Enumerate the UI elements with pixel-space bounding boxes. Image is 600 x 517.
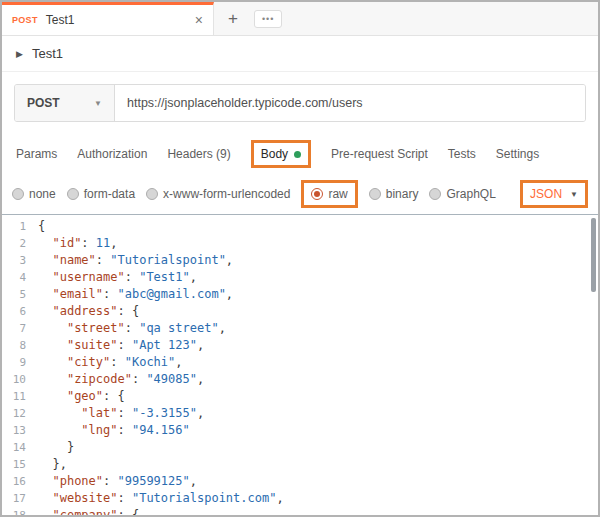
radio-icon [67,188,79,200]
chevron-down-icon: ▼ [570,190,578,199]
code-text: "company": { [38,507,139,515]
code-line[interactable]: 15 }, [2,456,598,473]
plus-icon: + [228,9,238,29]
line-number: 4 [2,269,38,286]
method-value: POST [27,96,60,110]
tab-label: Settings [496,147,539,161]
code-line[interactable]: 13 "lng": "94.156" [2,422,598,439]
ellipsis-icon: ••• [262,14,274,24]
code-line[interactable]: 2 "id": 11, [2,235,598,252]
code-text: "street": "qa street", [38,320,226,337]
tab-pre-request-script[interactable]: Pre-request Script [331,147,428,161]
code-text: }, [38,456,67,473]
code-line[interactable]: 4 "username": "Test1", [2,269,598,286]
tab-authorization[interactable]: Authorization [77,147,147,161]
code-line[interactable]: 5 "email": "abc@gmail.com", [2,286,598,303]
tab-headers-9[interactable]: Headers (9) [167,147,230,161]
format-select[interactable]: JSON▼ [520,180,588,208]
line-number: 2 [2,235,38,252]
method-select[interactable]: POST ▼ [15,85,115,121]
request-tab[interactable]: POST Test1 × [2,2,214,35]
code-text: "suite": "Apt 123", [38,337,204,354]
code-text: "zipcode": "49085", [38,371,204,388]
code-line[interactable]: 17 "website": "Tutorialspoint.com", [2,490,598,507]
code-text: { [38,218,45,235]
body-editor[interactable]: 1{2 "id": 11,3 "name": "Tutorialspoint",… [2,214,598,515]
body-mode-raw[interactable]: raw [301,180,357,208]
more-tabs-button[interactable]: ••• [254,10,282,28]
body-mode-form-data[interactable]: form-data [67,187,135,201]
chevron-down-icon: ▼ [94,99,102,108]
tab-tests[interactable]: Tests [448,147,476,161]
body-mode-graphql[interactable]: GraphQL [429,187,495,201]
radio-icon [12,188,24,200]
code-line[interactable]: 9 "city": "Kochi", [2,354,598,371]
code-text: "lng": "94.156" [38,422,190,439]
line-number: 13 [2,422,38,439]
body-mode-label: binary [386,187,419,201]
line-number: 17 [2,490,38,507]
tab-params[interactable]: Params [16,147,57,161]
code-line[interactable]: 1{ [2,218,598,235]
tab-label: Authorization [77,147,147,161]
code-text: "geo": { [38,388,125,405]
code-text: "email": "abc@gmail.com", [38,286,233,303]
line-number: 8 [2,337,38,354]
code-line[interactable]: 6 "address": { [2,303,598,320]
line-number: 11 [2,388,38,405]
tab-settings[interactable]: Settings [496,147,539,161]
line-number: 3 [2,252,38,269]
code-line[interactable]: 10 "zipcode": "49085", [2,371,598,388]
line-number: 15 [2,456,38,473]
new-tab-button[interactable]: + [214,2,252,35]
body-content-dot [294,151,301,158]
tab-method-label: POST [12,15,38,25]
code-line[interactable]: 12 "lat": "-3.3155", [2,405,598,422]
request-tabs: ParamsAuthorizationHeaders (9)BodyPre-re… [2,134,598,174]
format-value: JSON [530,187,562,201]
body-mode-label: none [29,187,56,201]
code-text: } [38,439,74,456]
code-text: "website": "Tutorialspoint.com", [38,490,284,507]
code-line[interactable]: 16 "phone": "99599125", [2,473,598,490]
request-title: Test1 [32,46,63,61]
code-text: "city": "Kochi", [38,354,183,371]
code-text: "id": 11, [38,235,118,252]
tab-body[interactable]: Body [251,140,311,168]
code-line[interactable]: 18 "company": { [2,507,598,515]
radio-icon [369,188,381,200]
code-text: "username": "Test1", [38,269,197,286]
line-number: 10 [2,371,38,388]
code-text: "name": "Tutorialspoint", [38,252,233,269]
request-bar: POST ▼ https://jsonplaceholder.typicode.… [2,72,598,134]
line-number: 5 [2,286,38,303]
url-input[interactable]: https://jsonplaceholder.typicode.com/use… [115,85,585,121]
chevron-right-icon: ▶ [16,49,23,59]
postman-window: POST Test1 × + ••• ▶ Test1 POST ▼ https:… [0,0,600,517]
line-number: 7 [2,320,38,337]
close-icon[interactable]: × [195,13,203,27]
code-line[interactable]: 14 } [2,439,598,456]
code-text: "address": { [38,303,139,320]
tab-label: Headers (9) [167,147,230,161]
code-line[interactable]: 3 "name": "Tutorialspoint", [2,252,598,269]
scrollbar-thumb[interactable] [591,218,596,292]
body-mode-label: form-data [84,187,135,201]
code-line[interactable]: 11 "geo": { [2,388,598,405]
radio-icon [311,188,323,200]
code-line[interactable]: 8 "suite": "Apt 123", [2,337,598,354]
code-text: "phone": "99599125", [38,473,197,490]
code-text: "lat": "-3.3155", [38,405,204,422]
code-line[interactable]: 7 "street": "qa street", [2,320,598,337]
body-mode-none[interactable]: none [12,187,56,201]
url-text: https://jsonplaceholder.typicode.com/use… [127,96,363,110]
body-type-row: noneform-datax-www-form-urlencodedrawbin… [2,174,598,214]
line-number: 18 [2,507,38,515]
url-control: POST ▼ https://jsonplaceholder.typicode.… [14,84,586,122]
body-mode-binary[interactable]: binary [369,187,419,201]
line-number: 16 [2,473,38,490]
line-number: 12 [2,405,38,422]
body-mode-x-www-form-urlencoded[interactable]: x-www-form-urlencoded [146,187,290,201]
request-title-row[interactable]: ▶ Test1 [2,36,598,72]
tab-label: Pre-request Script [331,147,428,161]
